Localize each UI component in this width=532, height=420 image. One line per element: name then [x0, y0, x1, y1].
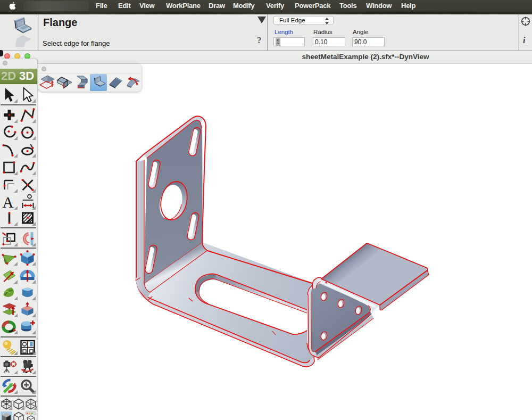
svg-text:A: A — [3, 194, 14, 210]
